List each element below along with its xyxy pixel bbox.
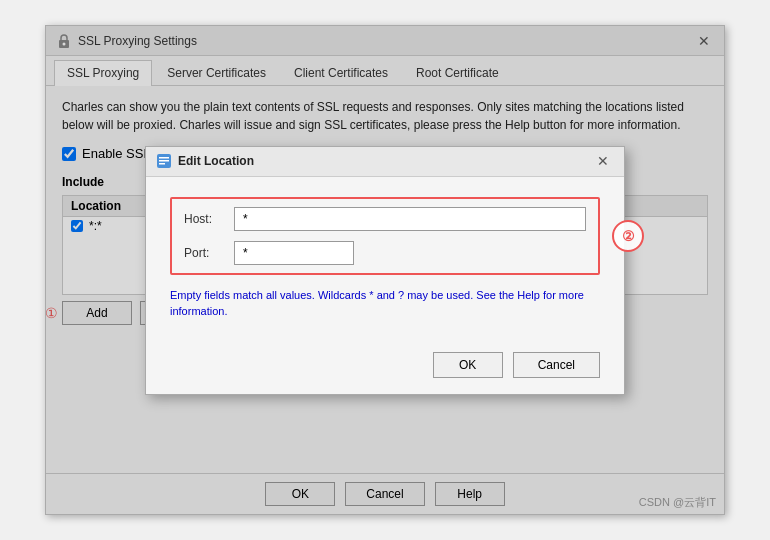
port-input[interactable] [234,241,354,265]
host-input[interactable] [234,207,586,231]
dialog-overlay: Edit Location ✕ Host: Port: [46,26,724,514]
port-row: Port: [184,241,586,265]
dialog-icon [156,153,172,169]
annotation-2-circle: ② [612,220,644,252]
hint-text: Empty fields match all values. Wildcards… [170,287,600,320]
svg-rect-5 [159,163,165,165]
svg-rect-4 [159,160,169,162]
host-row: Host: [184,207,586,231]
dialog-close-button[interactable]: ✕ [592,150,614,172]
dialog-buttons: OK Cancel [146,352,624,394]
dialog-title: Edit Location [178,154,254,168]
input-highlight-box: Host: Port: ② [170,197,600,275]
port-label: Port: [184,246,234,260]
edit-location-dialog: Edit Location ✕ Host: Port: [145,146,625,395]
dialog-ok-button[interactable]: OK [433,352,503,378]
main-window: SSL Proxying Settings ✕ SSL Proxying Ser… [45,25,725,515]
dialog-content: Host: Port: ② Empty fields match all val… [146,177,624,352]
dialog-cancel-button[interactable]: Cancel [513,352,600,378]
svg-rect-3 [159,157,169,159]
dialog-title-bar: Edit Location ✕ [146,147,624,177]
host-label: Host: [184,212,234,226]
